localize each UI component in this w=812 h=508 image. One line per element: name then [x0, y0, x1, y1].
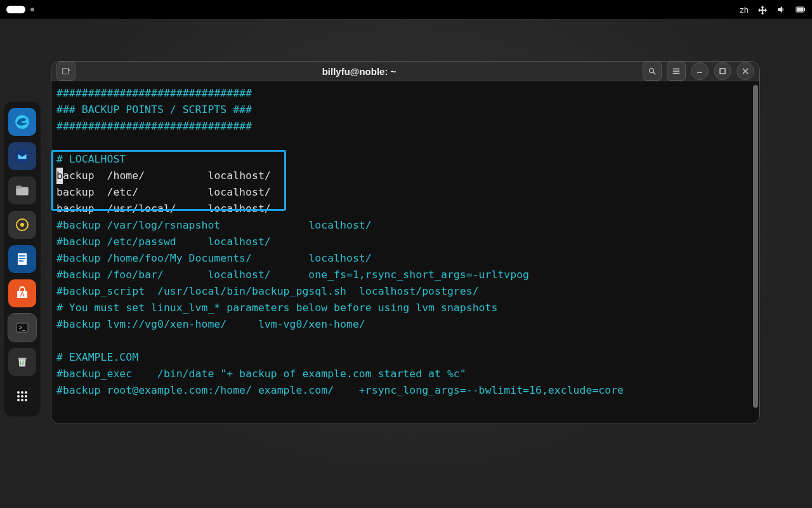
editor-line: #backup lvm://vg0/xen-home/ lvm-vg0/xen-…: [56, 316, 756, 333]
dock-thunderbird[interactable]: [8, 142, 36, 170]
svg-point-25: [21, 399, 23, 401]
search-button[interactable]: [643, 62, 662, 81]
dock-show-apps[interactable]: [8, 382, 36, 410]
editor-line: ### BACKUP POINTS / SCRIPTS ###: [56, 102, 756, 118]
maximize-button[interactable]: [714, 62, 731, 80]
dock-trash[interactable]: [8, 348, 36, 376]
minimize-button[interactable]: [691, 62, 709, 80]
editor-line: backup /usr/local/ localhost/: [56, 201, 756, 217]
battery-icon[interactable]: [796, 4, 806, 15]
svg-rect-29: [720, 69, 725, 74]
dock-writer[interactable]: [8, 245, 36, 273]
editor-line: #backup /foo/bar/ localhost/ one_fs=1,rs…: [56, 267, 756, 283]
editor-line: #backup /var/log/rsnapshot localhost/: [56, 217, 756, 234]
editor-line: backup /etc/ localhost/: [56, 184, 756, 201]
svg-rect-10: [19, 255, 25, 257]
svg-rect-1: [804, 8, 805, 11]
editor-line: [56, 333, 756, 349]
editor-line: # You must set linux_lvm_* parameters be…: [56, 300, 756, 316]
editor-line: backup /home/ localhost/: [56, 168, 756, 184]
svg-rect-17: [18, 358, 27, 359]
svg-point-20: [25, 391, 27, 394]
titlebar: billyfu@noble: ~: [51, 62, 759, 81]
editor-line: # EXAMPLE.COM: [56, 349, 756, 366]
workspace-dot: [30, 8, 34, 11]
svg-point-23: [25, 395, 27, 398]
editor-line: #backup_exec /bin/date "+ backup of exam…: [56, 366, 756, 382]
scrollbar[interactable]: [753, 85, 758, 408]
window-title: billyfu@noble: ~: [75, 66, 643, 77]
svg-text:A: A: [20, 291, 25, 298]
menubar: zh: [0, 0, 812, 19]
svg-point-4: [15, 149, 29, 163]
dock-files[interactable]: [8, 177, 36, 204]
terminal-content[interactable]: ################################## BACKU…: [51, 81, 759, 424]
svg-text:>_: >_: [19, 324, 26, 331]
svg-rect-27: [63, 69, 69, 74]
svg-point-26: [25, 399, 27, 401]
dock-rhythmbox[interactable]: [8, 211, 36, 239]
editor-line: ###############################: [56, 85, 756, 102]
editor-line: #backup root@example.com:/home/ example.…: [56, 382, 756, 399]
editor-line: ###############################: [56, 118, 756, 135]
svg-point-28: [650, 69, 654, 73]
svg-rect-12: [19, 260, 23, 262]
svg-point-22: [21, 395, 23, 398]
dock-terminal[interactable]: >_: [8, 314, 36, 342]
new-tab-button[interactable]: [56, 62, 75, 81]
svg-point-8: [20, 223, 24, 227]
menu-button[interactable]: [667, 62, 686, 81]
svg-point-24: [17, 399, 20, 401]
volume-icon[interactable]: [776, 4, 787, 15]
svg-point-21: [17, 395, 20, 398]
editor-line: [56, 135, 756, 151]
editor-line: # LOCALHOST: [56, 151, 756, 168]
dock-software[interactable]: A: [8, 279, 36, 307]
svg-rect-11: [19, 258, 25, 259]
svg-rect-2: [797, 8, 803, 11]
close-button[interactable]: [737, 62, 754, 80]
editor-line: #backup_script /usr/local/bin/backup_pgs…: [56, 283, 756, 300]
editor-line: #backup /etc/passwd localhost/: [56, 234, 756, 250]
dock-edge[interactable]: [8, 108, 36, 136]
terminal-window: billyfu@noble: ~ #######################…: [51, 61, 760, 424]
dock: A >_: [4, 102, 41, 417]
svg-rect-6: [16, 185, 22, 188]
keyboard-lang[interactable]: zh: [740, 5, 749, 15]
svg-point-19: [21, 391, 23, 394]
activities-pill[interactable]: [6, 6, 25, 13]
network-icon[interactable]: [757, 4, 768, 15]
svg-point-18: [17, 391, 20, 394]
editor-line: #backup /home/foo/My Documents/ localhos…: [56, 250, 756, 267]
